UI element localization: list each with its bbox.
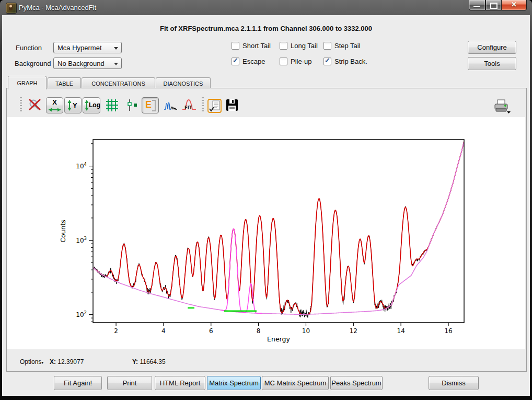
function-combobox[interactable]: Mca Hypermet — [53, 42, 122, 53]
checkbox-box — [323, 42, 331, 50]
chevron-down-icon — [114, 47, 118, 50]
options-menu[interactable]: Options▾ — [20, 358, 43, 365]
dismiss-button[interactable]: Dismiss — [429, 376, 479, 390]
x-readout-label: X: — [50, 358, 56, 365]
options-label: Options — [20, 358, 41, 365]
fit-icon-label: FIT — [184, 105, 192, 110]
horizontal-arrow-icon — [47, 107, 63, 112]
peak-markers-icon[interactable] — [125, 98, 140, 115]
y-tick-label: 103 — [76, 236, 87, 244]
x-autoscale-button[interactable]: X — [46, 97, 63, 113]
checkbox-label: Short Tail — [242, 42, 271, 50]
x-tick-label: 2 — [114, 327, 118, 335]
toolbar-drag-handle[interactable] — [20, 97, 22, 113]
app-icon — [6, 3, 17, 14]
x-tick-label: 16 — [444, 327, 452, 335]
print-button[interactable]: Print — [107, 376, 152, 390]
x-axis-label: Energy — [267, 335, 290, 343]
checkbox-box — [280, 42, 287, 50]
matrix-spectrum-button[interactable]: Matrix Spectrum — [207, 376, 261, 390]
minimize-icon — [473, 6, 480, 7]
checkbox-escape[interactable]: Escape — [232, 58, 265, 65]
html-report-button[interactable]: HTML Report — [155, 376, 205, 390]
background-label: Background — [15, 60, 51, 67]
chevron-down-icon: ▾ — [41, 360, 43, 365]
tab-concentrations[interactable]: CONCENTRATIONS — [82, 77, 155, 89]
app-window: PyMca - McaAdvancedFit ✕ Fit of XRFSpect… — [0, 0, 532, 400]
x-tick-label: 6 — [209, 327, 213, 335]
checkbox-pile-up[interactable]: Pile-up — [280, 58, 311, 65]
y-readout-value: 11664.35 — [140, 358, 165, 365]
x-readout-value: 12.39077 — [57, 358, 84, 365]
function-value: Mca Hypermet — [57, 44, 102, 52]
chevron-down-icon — [114, 63, 118, 65]
x-tick-label: 10 — [302, 327, 310, 335]
log-toggle-button[interactable]: Log — [83, 97, 100, 113]
tab-table[interactable]: TABLE — [48, 77, 81, 89]
x-tick-label: 8 — [257, 327, 261, 335]
checkbox-label: Step Tail — [334, 42, 361, 50]
bracket-icon — [152, 99, 157, 112]
function-label: Function — [16, 44, 42, 52]
peaks-spectrum-button[interactable]: Peaks Spectrum — [330, 376, 383, 390]
checkbox-box — [232, 58, 239, 65]
maximize-button[interactable] — [485, 0, 501, 10]
y-autoscale-button[interactable]: Y — [64, 97, 82, 113]
close-button[interactable]: ✕ — [501, 0, 527, 10]
checkbox-label: Pile-up — [291, 58, 311, 65]
minimize-button[interactable] — [469, 0, 485, 10]
checkbox-box — [232, 42, 239, 50]
energy-toggle-label: E — [145, 99, 152, 110]
tools-button[interactable]: Tools — [468, 57, 516, 70]
x-tick-label: 12 — [350, 327, 357, 335]
checkbox-long-tail[interactable]: Long Tail — [280, 42, 318, 50]
background-combobox[interactable]: No Background — [53, 58, 122, 69]
checkbox-short-tail[interactable]: Short Tail — [232, 42, 271, 50]
background-value: No Background — [57, 60, 105, 67]
print-icon[interactable] — [493, 98, 512, 116]
y-tick-label: 104 — [76, 162, 87, 170]
grid-toggle-icon[interactable] — [105, 98, 119, 115]
y-axis-label: Counts — [59, 220, 67, 243]
y-autoscale-label: Y — [73, 101, 77, 109]
vertical-arrow-icon — [67, 98, 72, 112]
toolbar-drag-handle[interactable] — [202, 97, 204, 113]
report-document-icon[interactable] — [207, 98, 223, 116]
x-tick-label: 14 — [397, 327, 405, 335]
checkbox-step-tail[interactable]: Step Tail — [323, 42, 361, 50]
checkbox-strip-back[interactable]: Strip Back. — [323, 58, 367, 65]
fit-title: Fit of XRFSpectrum.mca 2.1.1.1 from Chan… — [0, 25, 532, 32]
y-readout-label: Y: — [132, 358, 138, 365]
energy-toggle-button[interactable]: E — [142, 97, 159, 113]
tab-graph[interactable]: GRAPH — [8, 76, 47, 89]
checkbox-label: Escape — [242, 58, 265, 65]
mc-matrix-spectrum-button[interactable]: MC Matrix Spectrum — [262, 376, 329, 390]
maximize-icon — [490, 3, 498, 9]
cursor-x-readout: X: 12.39077 — [50, 358, 84, 365]
zoom-reset-icon[interactable] — [28, 98, 42, 115]
fit-icon[interactable]: FIT — [181, 98, 197, 115]
configure-button[interactable]: Configure — [468, 41, 516, 54]
spectrum-plot[interactable]: 102103104246810121416EnergyCounts — [7, 117, 525, 349]
cursor-y-readout: Y: 11664.35 — [132, 358, 166, 365]
x-tick-label: 4 — [161, 327, 166, 335]
fit-again-button[interactable]: Fit Again! — [54, 376, 102, 390]
window-controls: ✕ — [469, 0, 527, 10]
spectrum-curves-icon[interactable] — [164, 98, 178, 115]
checkbox-label: Long Tail — [291, 42, 318, 50]
save-icon[interactable] — [225, 98, 239, 115]
close-icon: ✕ — [502, 1, 526, 8]
checkbox-box — [323, 58, 331, 65]
checkbox-label: Strip Back. — [334, 58, 367, 65]
tab-diagnostics[interactable]: DIAGNOSTICS — [156, 77, 211, 89]
x-autoscale-label: X — [47, 98, 63, 106]
checkbox-box — [280, 58, 287, 65]
log-toggle-label: Log — [89, 101, 100, 109]
y-tick-label: 102 — [76, 310, 87, 318]
window-title: PyMca - McaAdvancedFit — [19, 4, 96, 12]
